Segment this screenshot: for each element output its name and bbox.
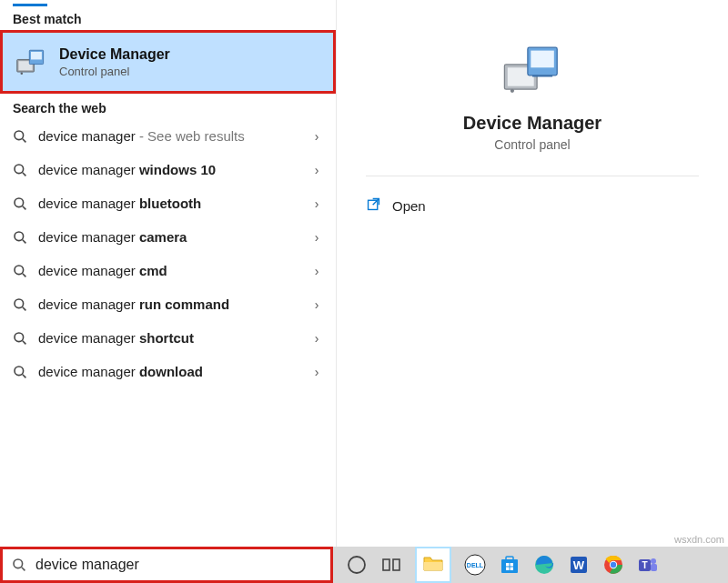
svg-point-47 xyxy=(611,562,616,568)
svg-rect-36 xyxy=(501,559,518,573)
suggestion-item[interactable]: device manager bluetooth› xyxy=(0,186,336,220)
svg-point-13 xyxy=(15,266,24,275)
svg-point-30 xyxy=(349,557,365,573)
svg-point-50 xyxy=(651,558,656,564)
suggestion-item[interactable]: device manager shortcut› xyxy=(0,321,336,355)
svg-text:T: T xyxy=(642,560,647,570)
svg-rect-51 xyxy=(651,564,657,571)
suggestion-item[interactable]: device manager download› xyxy=(0,355,336,388)
taskbar-search[interactable] xyxy=(0,547,333,583)
store-icon[interactable] xyxy=(499,554,521,576)
svg-rect-37 xyxy=(506,557,513,560)
chevron-right-icon: › xyxy=(310,331,323,346)
search-icon xyxy=(13,297,27,312)
search-icon xyxy=(13,129,27,144)
search-icon xyxy=(13,331,27,346)
chevron-right-icon: › xyxy=(310,297,323,312)
suggestion-item[interactable]: device manager camera› xyxy=(0,220,336,254)
hero-title: Device Manager xyxy=(463,113,602,134)
suggestion-label: device manager windows 10 xyxy=(38,162,299,177)
best-match-result[interactable]: Device Manager Control panel xyxy=(0,30,336,94)
chevron-right-icon: › xyxy=(310,196,323,211)
svg-rect-3 xyxy=(31,52,42,59)
suggestion-label: device manager shortcut xyxy=(38,330,299,346)
hero-subtitle: Control panel xyxy=(494,137,570,152)
suggestion-item[interactable]: device manager run command› xyxy=(0,287,336,321)
chevron-right-icon: › xyxy=(310,365,323,379)
svg-point-25 xyxy=(511,89,514,93)
svg-rect-38 xyxy=(506,563,510,567)
open-label: Open xyxy=(392,198,426,214)
svg-point-17 xyxy=(15,333,24,342)
svg-point-9 xyxy=(15,198,24,207)
svg-rect-31 xyxy=(383,559,389,570)
suggestion-label: device manager download xyxy=(38,364,299,379)
suggestion-label: device manager cmd xyxy=(38,263,299,278)
svg-line-10 xyxy=(23,206,26,209)
svg-rect-39 xyxy=(511,563,514,567)
search-icon xyxy=(13,264,27,278)
suggestion-item[interactable]: device manager windows 10› xyxy=(0,153,336,186)
best-match-text: Device Manager Control panel xyxy=(59,46,170,78)
device-manager-icon xyxy=(15,48,46,75)
svg-rect-26 xyxy=(532,75,552,77)
suggestion-label: device manager camera xyxy=(38,229,299,245)
search-input[interactable] xyxy=(35,557,321,573)
search-icon xyxy=(13,365,27,379)
svg-line-8 xyxy=(23,172,26,176)
svg-point-4 xyxy=(21,72,24,75)
suggestion-item[interactable]: device manager cmd› xyxy=(0,254,336,287)
result-hero: Device Manager Control panel xyxy=(366,42,699,152)
open-action[interactable]: Open xyxy=(366,193,699,218)
svg-line-18 xyxy=(23,340,26,344)
svg-text:W: W xyxy=(573,558,585,572)
chevron-right-icon: › xyxy=(310,129,323,144)
svg-rect-40 xyxy=(506,568,510,571)
suggestion-item[interactable]: device manager - See web results› xyxy=(0,119,336,153)
edge-icon[interactable] xyxy=(533,554,555,576)
svg-point-5 xyxy=(15,131,24,140)
search-icon xyxy=(13,163,27,177)
search-icon xyxy=(12,558,26,572)
file-explorer-icon[interactable] xyxy=(415,547,451,583)
teams-icon[interactable]: T xyxy=(637,554,659,576)
svg-line-14 xyxy=(23,273,26,276)
svg-line-12 xyxy=(23,239,26,243)
best-match-subtitle: Control panel xyxy=(59,65,170,78)
chrome-icon[interactable] xyxy=(602,554,624,576)
svg-rect-33 xyxy=(424,562,442,570)
chevron-right-icon: › xyxy=(310,264,323,278)
svg-rect-24 xyxy=(531,51,554,68)
word-icon[interactable]: W xyxy=(568,554,590,576)
divider xyxy=(366,176,699,176)
svg-point-11 xyxy=(15,232,24,241)
watermark: wsxdn.com xyxy=(674,534,724,545)
cortana-icon[interactable] xyxy=(346,554,368,576)
taskbar: DELL W T xyxy=(0,547,728,583)
svg-line-16 xyxy=(23,307,26,310)
search-icon xyxy=(13,230,27,245)
chevron-right-icon: › xyxy=(310,163,323,177)
svg-line-6 xyxy=(23,138,26,142)
svg-rect-32 xyxy=(393,559,399,570)
best-match-title: Device Manager xyxy=(59,46,170,63)
svg-line-20 xyxy=(23,374,26,377)
device-manager-large-icon xyxy=(501,42,563,100)
best-match-label: Best match xyxy=(0,6,336,30)
svg-point-19 xyxy=(15,367,24,376)
suggestion-label: device manager bluetooth xyxy=(38,196,299,211)
search-icon xyxy=(13,196,27,211)
suggestion-label: device manager - See web results xyxy=(38,128,299,144)
svg-line-29 xyxy=(22,568,25,571)
suggestion-label: device manager run command xyxy=(38,297,299,312)
svg-text:DELL: DELL xyxy=(467,562,484,568)
open-icon xyxy=(366,196,381,215)
svg-point-7 xyxy=(15,165,24,174)
svg-point-28 xyxy=(14,559,23,568)
search-web-label: Search the web xyxy=(0,94,336,119)
dell-icon[interactable]: DELL xyxy=(464,554,486,576)
chevron-right-icon: › xyxy=(310,230,323,245)
svg-rect-41 xyxy=(511,568,514,571)
task-view-icon[interactable] xyxy=(380,554,402,576)
svg-point-15 xyxy=(15,299,24,308)
